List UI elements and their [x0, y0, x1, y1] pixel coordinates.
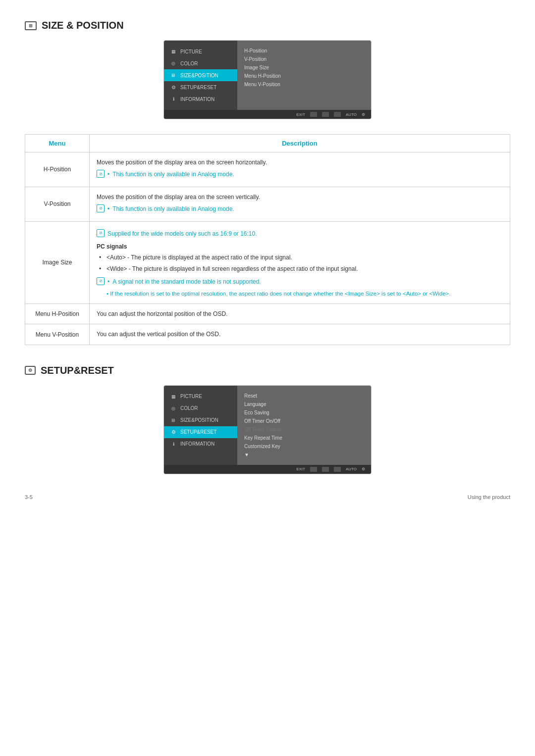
monitor-item-picture2: ▦PICTURE — [164, 391, 237, 403]
table-row: H-Position Moves the position of the dis… — [25, 152, 510, 187]
monitor-bottom-bar-size: EXIT AUTO ⚙ — [164, 110, 371, 119]
desc-cell-menuv: You can adjust the vertical position of … — [90, 324, 510, 345]
table-header-menu: Menu — [25, 135, 90, 152]
menu-cell-vposition: V-Position — [25, 187, 90, 221]
note-icon: ⊘ — [97, 229, 105, 237]
table-header-description: Description — [90, 135, 510, 152]
monitor-item-info2: ℹINFORMATION — [164, 438, 237, 450]
monitor-mockup-size: ▦PICTURE ◎COLOR ⊞SIZE&POSITION ⚙SETUP&RE… — [163, 40, 372, 119]
note-icon: ⊘ — [97, 170, 105, 178]
footer-label: Using the product — [468, 494, 510, 500]
monitor-item-picture: ▦PICTURE — [164, 46, 237, 57]
monitor-item-color: ◎COLOR — [164, 57, 237, 69]
size-position-icon: ⊞ — [25, 21, 37, 30]
menu-cell-hposition: H-Position — [25, 152, 90, 187]
desc-cell-hposition: Moves the position of the display area o… — [90, 152, 510, 187]
menu-cell-menuh: Menu H-Position — [25, 304, 90, 324]
page-footer: 3-5 Using the product — [25, 489, 510, 500]
desc-cell-menuh: You can adjust the horizontal position o… — [90, 304, 510, 324]
monitor-bottom-bar-setup: EXIT AUTO ⚙ — [164, 465, 371, 474]
page-number: 3-5 — [25, 494, 33, 500]
setup-reset-title: ⚙ SETUP&RESET — [25, 365, 510, 376]
menu-cell-imagesize: Image Size — [25, 221, 90, 304]
monitor-item-setup: ⚙SETUP&RESET — [164, 81, 237, 93]
monitor-item-size: ⊞SIZE&POSITION — [164, 69, 237, 81]
monitor-item-setup2: ⚙SETUP&RESET — [164, 426, 237, 438]
monitor-mockup-setup: ▦PICTURE ◎COLOR ⊞SIZE&POSITION ⚙SETUP&RE… — [163, 385, 372, 474]
desc-cell-vposition: Moves the position of the display area o… — [90, 187, 510, 221]
monitor-menu-left-setup: ▦PICTURE ◎COLOR ⊞SIZE&POSITION ⚙SETUP&RE… — [164, 386, 237, 465]
monitor-item-size2: ⊞SIZE&POSITION — [164, 414, 237, 426]
monitor-submenu-size: H-Position V-Position Image Size Menu H-… — [237, 41, 371, 110]
setup-icon: ⚙ — [25, 366, 36, 375]
size-position-table: Menu Description H-Position Moves the po… — [25, 134, 510, 345]
monitor-menu-left: ▦PICTURE ◎COLOR ⊞SIZE&POSITION ⚙SETUP&RE… — [164, 41, 237, 110]
table-row: Menu V-Position You can adjust the verti… — [25, 324, 510, 345]
table-row: Menu H-Position You can adjust the horiz… — [25, 304, 510, 324]
table-row: V-Position Moves the position of the dis… — [25, 187, 510, 221]
note-icon: ⊘ — [97, 277, 105, 285]
monitor-item-info: ℹINFORMATION — [164, 93, 237, 105]
monitor-item-color2: ◎COLOR — [164, 403, 237, 414]
menu-cell-menuv: Menu V-Position — [25, 324, 90, 345]
table-row: Image Size ⊘ Supplied for the wide model… — [25, 221, 510, 304]
monitor-submenu-setup: Reset Language Eco Saving Off Timer On/O… — [237, 386, 371, 465]
desc-cell-imagesize: ⊘ Supplied for the wide models only such… — [90, 221, 510, 304]
note-icon: ⊘ — [97, 204, 105, 212]
size-position-title: ⊞ SIZE & POSITION — [25, 20, 510, 31]
